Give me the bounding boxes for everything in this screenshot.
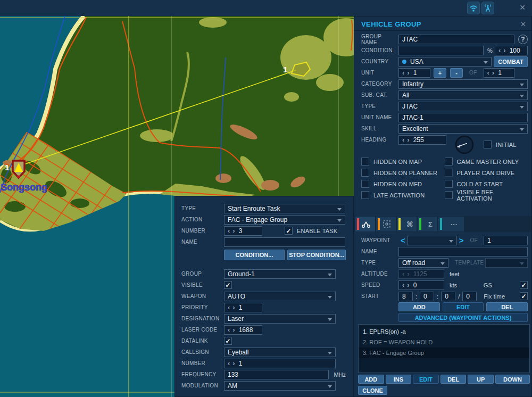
enable-task-checkbox[interactable]: [285, 227, 293, 235]
fix-time-label: Fix time: [484, 293, 505, 300]
waypoint-edit-button[interactable]: EDIT: [443, 302, 484, 311]
task-type-dropdown[interactable]: Start Enroute Task: [224, 204, 345, 213]
unit-name-input[interactable]: JTAC-1: [398, 113, 528, 122]
waypoint-tab-bar: ⌘ Σ ···: [354, 216, 531, 232]
start-day-input[interactable]: 0: [462, 292, 477, 301]
action-list-item[interactable]: 1. EPLRS(on) -a: [359, 326, 529, 337]
visible-bef-activation-checkbox[interactable]: [445, 191, 453, 199]
hidden-on-map-checkbox[interactable]: [361, 158, 369, 166]
country-dropdown[interactable]: USA: [398, 57, 492, 67]
initial-checkbox[interactable]: [484, 140, 492, 148]
condition-input[interactable]: [398, 46, 484, 55]
category-dropdown[interactable]: Infantry: [398, 79, 528, 89]
unit-add-button[interactable]: +: [434, 68, 446, 78]
window-close-icon[interactable]: ✕: [519, 3, 526, 12]
datalink-checkbox[interactable]: [224, 337, 232, 345]
start-seconds-input[interactable]: 0: [441, 292, 455, 301]
laser-code-spinner[interactable]: 1688: [224, 325, 262, 335]
wp-type-dropdown[interactable]: Off road: [398, 258, 448, 268]
action-add-button[interactable]: ADD: [358, 375, 384, 384]
action-up-button[interactable]: UP: [468, 375, 494, 384]
condition-spinner[interactable]: 100: [495, 46, 528, 55]
heading-dial[interactable]: [454, 135, 475, 155]
task-group-dropdown[interactable]: Ground-1: [224, 269, 336, 279]
wifi-button[interactable]: [467, 2, 480, 14]
spinner-arrows-icon[interactable]: [402, 281, 410, 289]
advanced-waypoint-actions-button[interactable]: ADVANCED (WAYPOINT ACTIONS): [398, 313, 528, 322]
start-label: START: [361, 293, 398, 299]
panel-close-icon[interactable]: ✕: [520, 20, 526, 28]
task-group-value: Ground-1: [228, 270, 255, 278]
type-dropdown[interactable]: JTAC: [398, 102, 528, 111]
condition-button[interactable]: CONDITION...: [224, 250, 285, 260]
designation-dropdown[interactable]: Laser: [224, 314, 336, 324]
visible-checkbox[interactable]: [224, 281, 232, 289]
skill-dropdown[interactable]: Excellent: [398, 124, 528, 134]
spinner-arrows-icon[interactable]: [228, 359, 235, 367]
wp-name-input[interactable]: [398, 247, 528, 257]
speed-spinner[interactable]: 0: [398, 280, 444, 290]
waypoint-total-input[interactable]: 1: [484, 236, 528, 245]
task-action-dropdown[interactable]: FAC - Engage Group: [224, 215, 345, 225]
more-icon: ···: [444, 220, 464, 228]
waypoint-next-button[interactable]: >: [457, 236, 466, 245]
action-list-item[interactable]: 2. ROE = WEAPON HOLD: [359, 337, 529, 348]
spinner-arrows-icon[interactable]: [498, 46, 506, 54]
waypoint-del-button[interactable]: DEL: [486, 302, 528, 311]
late-activation-checkbox[interactable]: [361, 191, 369, 199]
chevron-down-icon: [484, 61, 488, 66]
tab-route[interactable]: [355, 217, 375, 231]
start-minutes-input[interactable]: 0: [420, 292, 434, 301]
unit-total-spinner[interactable]: 1: [484, 68, 514, 78]
action-ins-button[interactable]: INS: [386, 375, 412, 384]
action-list-item[interactable]: 3. FAC - Engage Group: [359, 348, 529, 358]
task-group-label: GROUP: [181, 271, 224, 277]
weapon-dropdown[interactable]: AUTO: [224, 292, 336, 301]
fix-time-checkbox[interactable]: [520, 292, 528, 300]
task-name-input[interactable]: [224, 237, 345, 247]
unit-remove-button[interactable]: -: [450, 68, 463, 78]
callsign-dropdown[interactable]: Eyeball: [224, 348, 336, 357]
waypoint-add-button[interactable]: ADD: [398, 302, 440, 311]
radio-tower-button[interactable]: [481, 2, 494, 14]
hidden-on-mfd-checkbox[interactable]: [361, 180, 369, 188]
gs-checkbox[interactable]: [520, 281, 528, 289]
stop-condition-button[interactable]: STOP CONDITION...: [287, 250, 346, 260]
tab-summary[interactable]: Σ: [418, 217, 437, 231]
skill-value: Excellent: [402, 125, 428, 133]
action-clone-button[interactable]: CLONE: [358, 386, 387, 395]
combat-button[interactable]: COMBAT: [494, 56, 528, 67]
cold-at-start-checkbox[interactable]: [445, 180, 453, 188]
task-number-spinner[interactable]: 3: [224, 226, 262, 236]
group-name-input[interactable]: JTAC: [398, 35, 514, 44]
action-del-button[interactable]: DEL: [440, 375, 467, 384]
action-down-button[interactable]: DOWN: [495, 375, 530, 384]
tab-target-frame[interactable]: [376, 217, 396, 231]
hidden-on-planner-checkbox[interactable]: [361, 169, 369, 177]
subcat-dropdown[interactable]: All: [398, 90, 528, 100]
spinner-arrows-icon[interactable]: [228, 326, 235, 334]
spinner-arrows-icon[interactable]: [228, 227, 235, 235]
tab-command[interactable]: ⌘: [397, 217, 417, 231]
waypoint-prev-button[interactable]: <: [398, 236, 408, 245]
frequency-input[interactable]: 133: [224, 370, 329, 379]
spinner-arrows-icon[interactable]: [402, 136, 410, 144]
game-master-only-checkbox[interactable]: [445, 158, 453, 166]
template-label: TEMPLATE: [455, 260, 484, 266]
spinner-arrows-icon[interactable]: [487, 69, 495, 77]
tab-more[interactable]: ···: [438, 217, 464, 231]
priority-spinner[interactable]: 1: [224, 303, 262, 312]
unit-spinner[interactable]: 1: [398, 68, 430, 78]
heading-spinner[interactable]: 255: [398, 135, 446, 145]
spinner-arrows-icon[interactable]: [402, 69, 410, 77]
country-color-dot: [402, 60, 406, 64]
waypoint-dropdown[interactable]: [408, 236, 457, 245]
callsign-number-spinner[interactable]: 1: [224, 359, 336, 368]
start-hours-input[interactable]: 8: [398, 292, 413, 301]
waypoint-actions-list[interactable]: 1. EPLRS(on) -a 2. ROE = WEAPON HOLD 3. …: [358, 324, 530, 373]
help-button[interactable]: ?: [518, 35, 528, 44]
spinner-arrows-icon[interactable]: [228, 303, 235, 311]
action-edit-button[interactable]: EDIT: [413, 375, 439, 384]
modulation-dropdown[interactable]: AM: [224, 381, 336, 391]
priority-value: 1: [239, 304, 243, 311]
